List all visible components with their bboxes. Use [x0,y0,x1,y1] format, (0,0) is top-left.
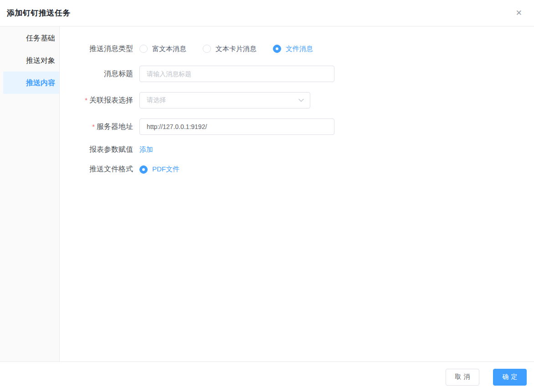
radio-textcard-label: 文本卡片消息 [216,45,257,53]
add-param-link[interactable]: 添加 [139,145,153,154]
report-select-control: 请选择 [139,92,310,108]
report-select-dropdown[interactable]: 请选择 [139,92,310,108]
message-type-label: 推送消息类型 [60,44,133,54]
dialog-title: 添加钉钉推送任务 [7,8,71,18]
report-select-placeholder: 请选择 [147,96,166,104]
cancel-button[interactable]: 取消 [446,369,479,386]
report-params-label-text: 报表参数赋值 [89,145,133,153]
report-params-control: 添加 [139,145,153,154]
form-content: 推送消息类型 富文本消息 文本卡片消息 文件消息 [60,26,534,361]
form-row-report-select: *关联报表选择 请选择 [60,92,534,108]
message-title-input[interactable] [139,66,334,82]
sidebar-item-push-target[interactable]: 推送对象 [0,49,59,72]
radio-textcard-message[interactable]: 文本卡片消息 [203,45,257,53]
chevron-down-icon [298,97,304,103]
form-row-server-address: *服务器地址 [60,119,534,135]
radio-richtext-message[interactable]: 富文本消息 [139,45,186,53]
radio-file-message[interactable]: 文件消息 [273,45,313,53]
radio-checked-icon [273,45,281,53]
server-address-input[interactable] [139,119,334,135]
form-row-message-type: 推送消息类型 富文本消息 文本卡片消息 文件消息 [60,44,534,53]
report-select-label-text: 关联报表选择 [89,96,133,104]
close-icon[interactable]: ✕ [514,7,524,19]
message-type-label-text: 推送消息类型 [89,45,133,52]
server-address-control [139,119,334,135]
radio-file-label: 文件消息 [286,45,313,53]
server-address-label: *服务器地址 [60,122,133,132]
radio-pdf-label: PDF文件 [152,165,180,174]
message-title-control [139,66,334,82]
file-format-label: 推送文件格式 [60,165,133,174]
sidebar-item-push-content[interactable]: 推送内容 [3,72,59,94]
radio-unchecked-icon [203,45,211,53]
form-row-report-params: 报表参数赋值 添加 [60,145,534,155]
radio-checked-icon [139,165,148,174]
required-asterisk: * [85,96,87,104]
form-row-file-format: 推送文件格式 PDF文件 [60,165,534,174]
step-sidebar: 任务基础 推送对象 推送内容 [0,26,60,361]
required-asterisk: * [92,123,95,130]
radio-pdf-file[interactable]: PDF文件 [139,165,180,174]
file-format-label-text: 推送文件格式 [89,165,133,173]
file-format-radio-group: PDF文件 [139,165,180,174]
sidebar-item-task-basics[interactable]: 任务基础 [0,27,59,49]
form-row-message-title: 消息标题 [60,66,534,82]
server-address-label-text: 服务器地址 [97,123,133,130]
message-title-label-text: 消息标题 [104,70,133,77]
message-type-radio-group: 富文本消息 文本卡片消息 文件消息 [139,45,313,53]
report-params-label: 报表参数赋值 [60,145,133,155]
report-select-label: *关联报表选择 [60,96,133,105]
radio-richtext-label: 富文本消息 [152,45,186,53]
confirm-button[interactable]: 确定 [493,369,527,386]
dialog-body: 任务基础 推送对象 推送内容 推送消息类型 富文本消息 文本卡片消息 [0,26,534,361]
add-dingtalk-push-task-dialog: 添加钉钉推送任务 ✕ 任务基础 推送对象 推送内容 推送消息类型 富文本消息 文… [0,0,534,392]
dialog-header: 添加钉钉推送任务 ✕ [0,0,534,26]
message-title-label: 消息标题 [60,69,133,79]
radio-unchecked-icon [139,45,148,53]
dialog-footer: 取消 确定 [0,361,534,392]
